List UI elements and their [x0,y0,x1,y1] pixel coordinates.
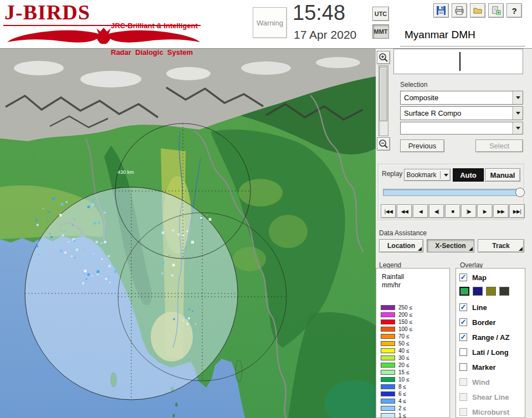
zoom-in-button[interactable] [377,51,390,64]
step-forward-button[interactable]: |▶ [461,204,477,218]
playback-controls: |◀◀ ◀◀ ◀ ◀| ■ |▶ ▶ ▶▶ ▶▶| [381,204,525,218]
option-dropdown-value [401,122,513,134]
zoom-out-button[interactable] [377,137,390,151]
select-button[interactable]: Select [475,140,523,152]
bookmark-label: Bookmark [406,171,436,179]
skip-to-end-button[interactable]: ▶▶| [509,204,525,218]
legend-row: 15 ≤ [381,369,409,376]
legend-row: 40 ≤ [381,347,409,354]
manual-mode-button[interactable]: Manual [485,168,520,182]
legend-value: 150 ≤ [398,319,412,325]
legend-swatch [381,377,395,382]
checkbox[interactable] [459,363,467,371]
replay-slider[interactable] [383,189,520,196]
x-section-button[interactable]: X-Section [427,239,474,252]
legend-swatch [381,348,395,353]
previous-button[interactable]: Previous [400,140,444,152]
stop-button[interactable]: ■ [445,204,461,218]
legend-panel: Rainfall mm/hr 250 ≤ 200 ≤ 150 ≤ 100 ≤ 7… [376,268,450,418]
legend-swatch [381,355,395,360]
help-icon: ? [511,6,516,16]
terrain-patch [269,215,308,248]
legend-row: 200 ≤ [381,311,412,318]
map-color-swatch[interactable] [459,287,469,296]
overlay-panel: ✓ Map ✓ Line ✓ Border ✓ Range / AZ Lati … [456,268,525,418]
mmt-button[interactable]: MMT [372,24,389,39]
auto-mode-button[interactable]: Auto [453,168,484,182]
legend-swatch [381,370,395,375]
skip-to-start-button[interactable]: |◀◀ [381,204,396,218]
legend-value: 100 ≤ [398,326,412,332]
snow-patch [241,61,291,75]
product-dropdown-value: Composite [401,91,513,104]
add-document-button[interactable] [488,3,504,18]
subproduct-dropdown[interactable]: Surface R Compo [400,106,523,120]
play-button[interactable]: ▶ [477,204,493,218]
replay-slider-handle[interactable] [515,188,525,197]
zoom-scrollbar[interactable] [378,65,388,136]
overlay-item-wind: Wind [459,376,490,388]
overlay-item-label: Wind [472,378,490,386]
text-caret [459,52,461,71]
legend-row: 30 ≤ [381,354,409,362]
save-icon [436,6,446,16]
checkbox[interactable]: ✓ [459,273,467,281]
chevron-down-icon [516,96,520,99]
checkbox[interactable] [459,348,467,356]
open-folder-button[interactable] [470,3,485,18]
map-color-swatch[interactable] [486,287,496,296]
legend-title-1: Rainfall [382,273,404,281]
map-color-swatch[interactable] [499,287,509,296]
legend-swatch [381,341,395,346]
station-name: Myanmar DMH [405,29,475,41]
header-bar: J-BIRDS JRC-Brilliant & Intelligent Rada… [0,0,532,49]
save-button[interactable] [433,3,449,18]
dropdown-arrow-button[interactable] [513,107,523,120]
station-list-box[interactable] [393,49,523,74]
step-back-button[interactable]: ◀| [429,204,444,218]
play-reverse-button[interactable]: ◀ [413,204,428,218]
legend-row: 70 ≤ [381,333,409,340]
overlay-item-label: Map [472,273,487,282]
map-color-swatch[interactable] [473,287,483,296]
overlay-item-range-az: ✓ Range / AZ [459,332,509,343]
checkbox [459,393,467,401]
warning-button[interactable]: Warning [253,7,287,38]
location-button[interactable]: Location [379,239,423,252]
dropdown-arrow-button[interactable] [513,122,523,134]
help-button[interactable]: ? [507,3,522,18]
checkbox [459,408,467,416]
print-button[interactable] [452,3,467,18]
legend-value: 8 ≤ [398,384,406,390]
legend-swatch [381,334,395,339]
option-dropdown[interactable] [400,122,523,135]
product-dropdown[interactable]: Composite [400,91,523,105]
track-button-label: Track [492,242,509,250]
checkbox[interactable]: ✓ [459,333,467,341]
app-subtitle-line2: Radar Dialogic System [111,48,198,57]
legend-row: 2 ≤ [381,405,406,412]
track-button[interactable]: Track [478,239,524,252]
checkbox[interactable]: ✓ [459,303,467,311]
subproduct-dropdown-value: Surface R Compo [401,107,513,120]
utc-button[interactable]: UTC [372,7,389,21]
checkbox[interactable]: ✓ [459,318,467,326]
overlay-item-label: Border [472,318,496,327]
fast-forward-button[interactable]: ▶▶ [493,204,509,218]
dropdown-arrow-button[interactable] [513,91,523,104]
overlay-item-lati-long: Lati / Long [459,347,509,358]
terrain-patch [238,179,283,207]
overlay-item-label: Range / AZ [472,333,509,342]
bookmark-divider [440,171,441,179]
fast-rewind-button[interactable]: ◀◀ [397,204,412,218]
legend-row: 100 ≤ [381,326,412,333]
radar-map[interactable]: 430 km [0,49,376,418]
bookmark-button[interactable]: Bookmark [404,169,451,181]
overlay-item-map: ✓ Map [459,272,487,283]
legend-value: 2 ≤ [398,405,406,411]
zoom-scrollbar-thumb[interactable] [380,67,387,121]
chevron-down-icon [516,112,520,115]
snow-patch [14,61,64,75]
legend-row: 8 ≤ [381,383,406,390]
overlay-item-microburst: Microburst [459,406,509,417]
